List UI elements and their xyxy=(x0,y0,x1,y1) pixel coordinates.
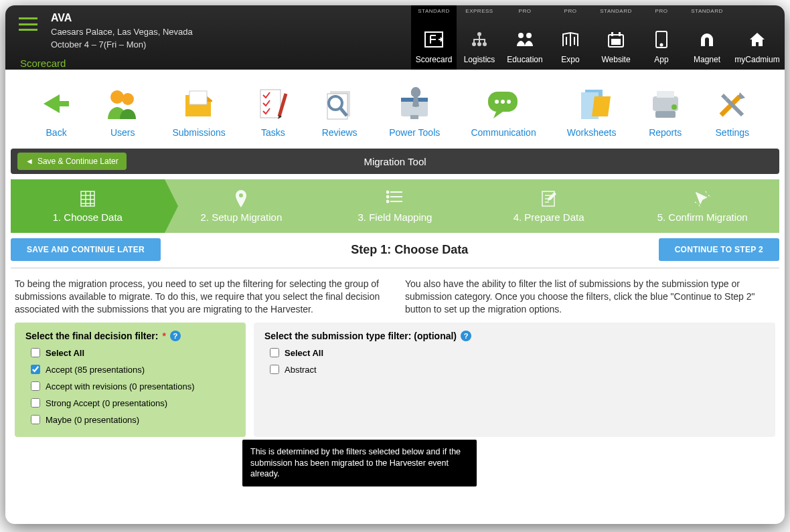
event-title: AVA xyxy=(51,12,193,24)
decision-checkbox[interactable] xyxy=(31,398,40,408)
brand-label: Scorecard xyxy=(20,58,66,69)
nav-settings[interactable]: Settings xyxy=(714,84,750,138)
nav-back[interactable]: Back xyxy=(40,84,73,138)
sub-toolbar: SAVE AND CONTINUE LATER Step 1: Choose D… xyxy=(11,238,779,268)
help-icon[interactable]: ? xyxy=(170,331,181,341)
topnav-education[interactable]: PRO Education xyxy=(502,5,548,70)
decision-checkbox[interactable] xyxy=(31,348,40,357)
nav-reviews[interactable]: Reviews xyxy=(321,84,358,138)
svg-point-5 xyxy=(518,33,524,38)
svg-point-3 xyxy=(477,42,481,46)
type-filter-panel: Select the submission type filter: (opti… xyxy=(254,323,775,437)
step-confirm-migration[interactable]: 5. Confirm Migration xyxy=(625,179,779,233)
save-continue-button[interactable]: SAVE AND CONTINUE LATER xyxy=(11,238,161,261)
type-heading: Select the submission type filter: (opti… xyxy=(264,331,457,341)
available-summary: 8 available presentations to migrate ? T… xyxy=(5,437,785,462)
reports-icon xyxy=(647,84,684,123)
topnav-app[interactable]: PRO App xyxy=(639,5,684,70)
settings-icon xyxy=(714,84,750,123)
svg-rect-15 xyxy=(189,91,207,104)
type-checkbox[interactable] xyxy=(270,348,279,357)
topnav-logistics[interactable]: EXPRESS Logistics xyxy=(457,5,502,70)
type-label: Abstract xyxy=(285,365,317,375)
topnav-website[interactable]: STANDARD Website xyxy=(593,5,639,70)
tasks-icon xyxy=(256,84,290,123)
nav-powertools[interactable]: Power Tools xyxy=(389,84,440,138)
expo-icon xyxy=(562,28,579,51)
continue-step2-button[interactable]: CONTINUE TO STEP 2 xyxy=(659,238,779,261)
scorecard-icon xyxy=(424,28,444,51)
home-icon xyxy=(748,28,766,51)
magnet-icon xyxy=(698,28,716,51)
svg-point-13 xyxy=(110,90,124,104)
type-option[interactable]: Select All xyxy=(270,348,765,358)
decision-checkbox[interactable] xyxy=(31,365,40,374)
nav-submissions[interactable]: Submissions xyxy=(172,84,225,138)
svg-point-32 xyxy=(672,104,677,110)
topnav-expo[interactable]: PRO Expo xyxy=(548,5,593,70)
nav-users[interactable]: Users xyxy=(104,84,141,138)
website-icon xyxy=(607,28,625,51)
step-field-mapping[interactable]: 3. Field Mapping xyxy=(318,179,472,233)
svg-point-26 xyxy=(507,100,511,104)
event-dates: October 4 – 7(Fri – Mon) xyxy=(51,39,193,50)
decision-label: Accept (85 presentations) xyxy=(46,365,145,375)
save-continue-small-button[interactable]: ◄ Save & Continue Later xyxy=(17,153,127,170)
event-location: Caesars Palace, Las Vegas, Nevada xyxy=(51,27,193,37)
nav-worksheets[interactable]: Worksheets xyxy=(567,84,617,138)
worksheets-icon xyxy=(567,84,617,123)
type-label: Select All xyxy=(285,348,323,358)
svg-point-36 xyxy=(386,200,388,202)
decision-option[interactable]: Maybe (0 presentations) xyxy=(31,415,235,425)
topnav-magnet[interactable]: STANDARD Magnet xyxy=(684,5,730,70)
back-icon xyxy=(40,84,73,123)
spreadsheet-icon xyxy=(80,190,96,209)
decision-checkbox[interactable] xyxy=(31,415,40,424)
reviews-icon xyxy=(321,84,358,123)
users-icon xyxy=(104,84,141,123)
tooltip: This is determined by the filters select… xyxy=(242,440,477,487)
svg-point-1 xyxy=(477,32,481,36)
step-choose-data[interactable]: 1. Choose Data xyxy=(11,179,165,233)
svg-point-24 xyxy=(495,100,499,104)
education-icon xyxy=(516,28,534,51)
intro-text: To being the migration process, you need… xyxy=(5,268,785,316)
decision-filter-panel: Select the final decision filter: * ? Se… xyxy=(15,323,246,437)
decision-label: Select All xyxy=(46,348,84,358)
type-option[interactable]: Abstract xyxy=(270,365,765,375)
top-bar: AVA Caesars Palace, Las Vegas, Nevada Oc… xyxy=(5,5,785,70)
svg-point-2 xyxy=(472,42,476,46)
nav-reports[interactable]: Reports xyxy=(647,84,684,138)
svg-point-25 xyxy=(501,100,505,104)
help-icon[interactable]: ? xyxy=(461,331,471,341)
nav-tasks[interactable]: Tasks xyxy=(256,84,290,138)
logistics-icon xyxy=(471,28,488,51)
decision-label: Accept with revisions (0 presentations) xyxy=(46,381,195,391)
topnav-mycadmium[interactable]: myCadmium xyxy=(730,5,785,70)
top-nav: STANDARD Scorecard EXPRESS Logistics PRO… xyxy=(411,5,785,70)
intro-right: You also have the ability to filter the … xyxy=(405,278,775,316)
decision-option[interactable]: Accept with revisions (0 presentations) xyxy=(31,381,235,391)
cursor-icon xyxy=(694,190,711,209)
decision-label: Maybe (0 presentations) xyxy=(46,415,139,425)
intro-left: To being the migration process, you need… xyxy=(15,278,385,316)
step-setup-migration[interactable]: 2. Setup Migration xyxy=(165,179,319,233)
required-mark: * xyxy=(162,331,165,341)
menu-icon[interactable] xyxy=(19,17,37,31)
svg-rect-9 xyxy=(619,32,621,36)
decision-option[interactable]: Select All xyxy=(31,348,235,358)
list-icon xyxy=(386,190,404,209)
topnav-scorecard[interactable]: STANDARD Scorecard xyxy=(411,5,457,70)
svg-point-34 xyxy=(386,191,388,193)
decision-option[interactable]: Strong Accept (0 presentations) xyxy=(31,398,235,408)
wizard-steps: 1. Choose Data 2. Setup Migration 3. Fie… xyxy=(11,179,779,233)
type-checkbox[interactable] xyxy=(270,365,279,374)
svg-rect-10 xyxy=(611,39,621,45)
svg-point-6 xyxy=(526,33,532,38)
nav-communication[interactable]: Communication xyxy=(471,84,536,138)
icon-nav: Back Users Submissions Tasks Reviews Pow… xyxy=(5,70,785,145)
communication-icon xyxy=(471,84,536,123)
decision-option[interactable]: Accept (85 presentations) xyxy=(31,365,235,375)
step-prepare-data[interactable]: 4. Prepare Data xyxy=(472,179,626,233)
decision-checkbox[interactable] xyxy=(31,381,40,391)
